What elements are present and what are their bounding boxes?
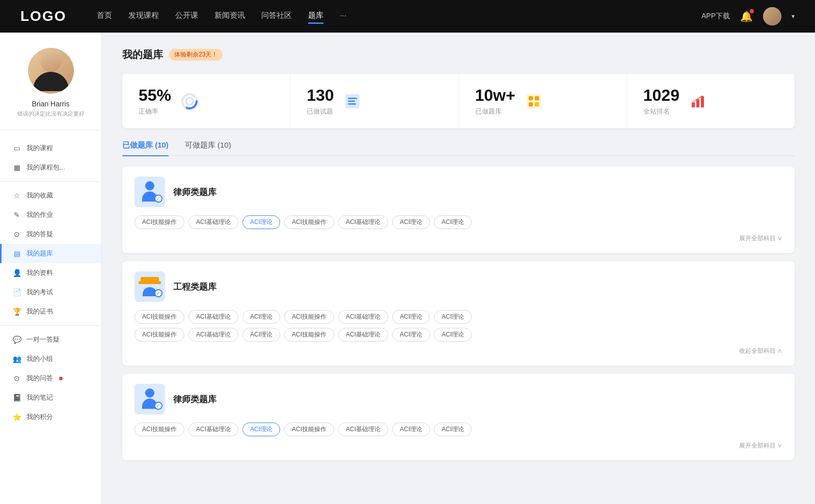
qbank-0-icon: ✓ [134, 177, 165, 207]
qbank-card-0-header: ✓ 律师类题库 [134, 177, 782, 207]
sidebar-item-questionbank[interactable]: ▤ 我的题库 [0, 244, 101, 263]
nav-qa[interactable]: 问答社区 [261, 9, 292, 24]
tag-2-1[interactable]: ACI基础理论 [188, 423, 238, 436]
sidebar-item-1on1[interactable]: 💬 一对一答疑 [0, 330, 101, 349]
person-head [145, 181, 154, 190]
sidebar-avatar [28, 48, 74, 94]
tag-0-5[interactable]: ACI理论 [392, 215, 430, 229]
sidebar-item-favorites[interactable]: ☆ 我的收藏 [0, 186, 101, 205]
sidebar-item-exam[interactable]: 📄 我的考试 [0, 283, 101, 302]
stat-rank: 1029 全站排名 [627, 74, 795, 128]
user-dropdown-icon[interactable]: ▾ [792, 13, 795, 20]
qbank-1-expand[interactable]: 收起全部科目 ∧ [134, 347, 782, 355]
tag-1-11[interactable]: ACI基础理论 [338, 328, 388, 342]
app-download-link[interactable]: APP下载 [701, 12, 730, 21]
groups-icon: 👥 [12, 355, 21, 363]
nav-discover[interactable]: 发现课程 [128, 9, 159, 24]
person2-check: ✓ [154, 402, 162, 410]
tag-1-1[interactable]: ACI基础理论 [188, 310, 238, 324]
qbank-card-2-header: ✓ 律师类题库 [134, 384, 782, 414]
tag-0-6[interactable]: ACI理论 [434, 215, 472, 229]
stat-accuracy-info: 55% 正确率 [139, 86, 171, 116]
pie-chart-icon [179, 91, 200, 111]
notification-bell[interactable]: 🔔 [740, 10, 753, 22]
tag-2-6[interactable]: ACI理论 [434, 423, 472, 436]
tag-1-4[interactable]: ACI基础理论 [338, 310, 388, 324]
tag-2-4[interactable]: ACI基础理论 [338, 423, 388, 436]
notes-icon: 📓 [12, 394, 21, 402]
qbank-2-icon: ✓ [134, 384, 165, 414]
svg-rect-7 [527, 94, 541, 108]
tag-0-0[interactable]: ACI技能操作 [134, 215, 184, 229]
tag-0-3[interactable]: ACI技能操作 [284, 215, 334, 229]
tag-0-4[interactable]: ACI基础理论 [338, 215, 388, 229]
tag-1-0[interactable]: ACI技能操作 [134, 310, 184, 324]
qbank-card-1-header: ✓ 工程类题库 [134, 271, 782, 302]
tab-done-banks[interactable]: 已做题库 (10) [122, 141, 169, 155]
qbank-1-icon: ✓ [134, 271, 165, 302]
avatar-body [33, 72, 69, 91]
tag-1-12[interactable]: ACI理论 [392, 328, 430, 342]
sidebar-item-certificate[interactable]: 🏆 我的证书 [0, 302, 101, 321]
stats-row: 55% 正确率 130 已做试题 [122, 74, 795, 128]
page-wrapper: Brian Harris 错误的决定比没有决定要好 ▭ 我的课程 ▦ 我的课程包… [0, 33, 815, 504]
stat-banks-info: 10w+ 已做题库 [475, 86, 515, 116]
tag-1-10[interactable]: ACI技能操作 [284, 328, 334, 342]
sidebar-item-points[interactable]: ⭐ 我的积分 [0, 407, 101, 427]
sidebar-user-name: Brian Harris [0, 100, 101, 108]
person-check: ✓ [154, 194, 162, 203]
navbar-right: APP下载 🔔 ▾ [701, 7, 795, 25]
course-icon: ▭ [12, 144, 21, 152]
page-title: 我的题库 [122, 48, 163, 62]
stat-done-info: 130 已做试题 [307, 86, 334, 116]
sidebar-item-notes[interactable]: 📓 我的笔记 [0, 388, 101, 407]
svg-rect-10 [529, 102, 533, 106]
sidebar-item-groups[interactable]: 👥 我的小组 [0, 349, 101, 369]
qbank-1-title: 工程类题库 [173, 281, 216, 293]
svg-rect-9 [535, 96, 539, 100]
qbank-2-tags: ACI技能操作 ACI基础理论 ACI理论 ACI技能操作 ACI基础理论 AC… [134, 423, 782, 436]
avatar-person [33, 50, 69, 91]
tag-1-13[interactable]: ACI理论 [434, 328, 472, 342]
sidebar-item-questions[interactable]: ⊙ 我的答疑 [0, 225, 101, 244]
page-title-row: 我的题库 体验剩余23天！ [122, 48, 795, 62]
tag-1-6[interactable]: ACI理论 [434, 310, 472, 324]
nav-news[interactable]: 新闻资讯 [214, 9, 245, 24]
sidebar-item-coursepackage[interactable]: ▦ 我的课程包... [0, 158, 101, 177]
tag-2-2[interactable]: ACI理论 [242, 423, 280, 436]
tag-0-2[interactable]: ACI理论 [242, 215, 280, 229]
sidebar-item-profile[interactable]: 👤 我的资料 [0, 263, 101, 283]
nav-more[interactable]: ··· [340, 9, 346, 24]
tag-1-5[interactable]: ACI理论 [392, 310, 430, 324]
nav-questionbank[interactable]: 题库 [308, 9, 323, 24]
logo[interactable]: LOGO [20, 8, 66, 24]
main-content: 我的题库 体验剩余23天！ 55% 正确率 [102, 33, 815, 504]
tag-2-5[interactable]: ACI理论 [392, 423, 430, 436]
tag-2-0[interactable]: ACI技能操作 [134, 423, 184, 436]
tab-available-banks[interactable]: 可做题库 (10) [185, 141, 231, 155]
qbank-2-expand[interactable]: 展开全部科目 ∨ [134, 441, 782, 450]
user-avatar[interactable] [763, 7, 781, 25]
svg-point-2 [186, 98, 193, 105]
exam-icon: 📄 [12, 288, 21, 296]
tag-1-3[interactable]: ACI技能操作 [284, 310, 334, 324]
onetone-icon: 💬 [12, 335, 21, 344]
stat-done-banks: 10w+ 已做题库 [459, 74, 627, 128]
tag-2-3[interactable]: ACI技能操作 [284, 423, 334, 436]
tag-0-1[interactable]: ACI基础理论 [188, 215, 238, 229]
svg-rect-5 [348, 100, 355, 102]
nav-home[interactable]: 首页 [97, 9, 112, 24]
myqa-icon: ⊙ [12, 374, 21, 382]
sidebar-item-homework[interactable]: ✎ 我的作业 [0, 205, 101, 225]
tag-1-9[interactable]: ACI理论 [242, 328, 280, 342]
svg-rect-6 [348, 103, 356, 105]
tag-1-2[interactable]: ACI理论 [242, 310, 280, 324]
helm-brim [139, 281, 161, 284]
nav-mooc[interactable]: 公开课 [175, 9, 198, 24]
tag-1-8[interactable]: ACI基础理论 [188, 328, 238, 342]
tag-1-7[interactable]: ACI技能操作 [134, 328, 184, 342]
qbank-0-expand[interactable]: 展开全部科目 ∨ [134, 234, 782, 243]
sidebar-item-mycourse[interactable]: ▭ 我的课程 [0, 138, 101, 158]
sidebar-item-myqa[interactable]: ⊙ 我的问答 [0, 369, 101, 388]
sidebar-nav: ▭ 我的课程 ▦ 我的课程包... ☆ 我的收藏 ✎ 我的作业 ⊙ 我的答疑 ▤ [0, 138, 101, 427]
